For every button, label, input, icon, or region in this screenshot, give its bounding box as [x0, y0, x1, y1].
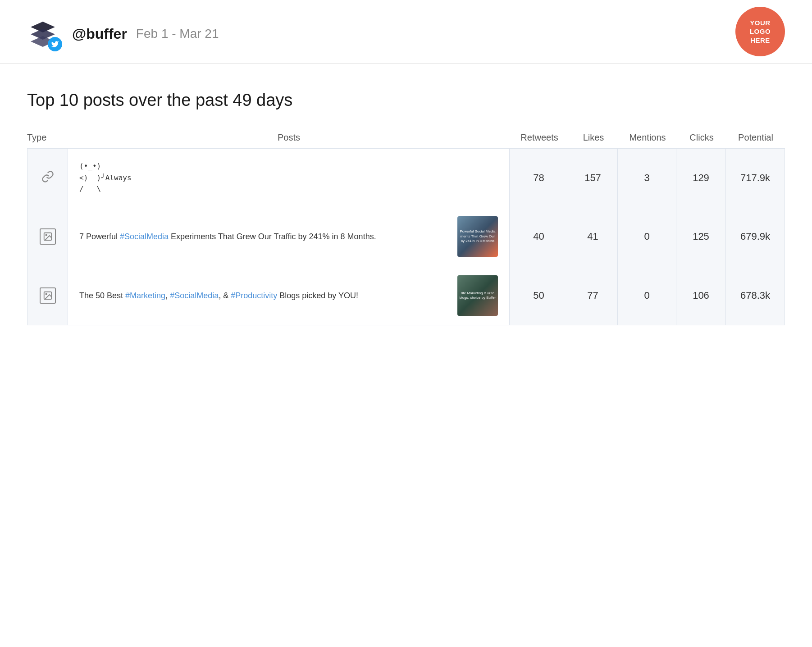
thumbnail-text-1: Powerful Social Media ments That Grew Ou…: [457, 228, 498, 245]
table-body: (•_•) <) )╯Always / \ 78 157 3 129 717.9…: [27, 148, 785, 325]
posts-cell-2: The 50 Best #Marketing, #SocialMedia, & …: [68, 266, 510, 325]
post-text-1: 7 Powerful #SocialMedia Experiments That…: [79, 231, 451, 243]
clicks-0: 129: [676, 149, 726, 207]
type-cell-0: [27, 149, 68, 207]
section-title: Top 10 posts over the past 49 days: [27, 91, 785, 110]
table-row: 7 Powerful #SocialMedia Experiments That…: [27, 207, 785, 266]
col-type: Type: [27, 132, 68, 143]
date-range: Feb 1 - Mar 21: [136, 27, 219, 41]
table-header: Type Posts Retweets Likes Mentions Click…: [27, 132, 785, 148]
clicks-2: 106: [676, 266, 726, 325]
post-text-2: The 50 Best #Marketing, #SocialMedia, & …: [79, 290, 451, 302]
table-row: The 50 Best #Marketing, #SocialMedia, & …: [27, 266, 785, 325]
type-cell-1: [27, 207, 68, 266]
thumbnail-text-2: rite Marketing B urite blogs, choice by …: [457, 289, 498, 302]
header-text: @buffer Feb 1 - Mar 21: [72, 26, 219, 42]
potential-1: 679.9k: [726, 207, 785, 266]
mentions-1: 0: [618, 207, 676, 266]
hashtag-link[interactable]: #SocialMedia: [120, 232, 169, 241]
retweets-2: 50: [510, 266, 568, 325]
potential-2: 678.3k: [726, 266, 785, 325]
likes-1: 41: [568, 207, 618, 266]
posts-cell-1: 7 Powerful #SocialMedia Experiments That…: [68, 207, 510, 266]
table-row: (•_•) <) )╯Always / \ 78 157 3 129 717.9…: [27, 149, 785, 207]
hashtag-link[interactable]: #SocialMedia: [170, 291, 219, 300]
posts-table: Type Posts Retweets Likes Mentions Click…: [27, 132, 785, 325]
likes-2: 77: [568, 266, 618, 325]
retweets-1: 40: [510, 207, 568, 266]
image-icon: [40, 287, 56, 304]
col-mentions: Mentions: [618, 132, 677, 143]
your-logo-placeholder: YOURLOGOHERE: [735, 7, 785, 56]
col-clicks: Clicks: [677, 132, 726, 143]
link-icon: [41, 170, 54, 186]
hashtag-link[interactable]: #Productivity: [231, 291, 277, 300]
col-posts: Posts: [68, 132, 510, 143]
hashtag-link[interactable]: #Marketing: [125, 291, 165, 300]
logo-area: [27, 18, 59, 50]
potential-0: 717.9k: [726, 149, 785, 207]
mentions-2: 0: [618, 266, 676, 325]
type-cell-2: [27, 266, 68, 325]
col-potential: Potential: [726, 132, 785, 143]
page-header: @buffer Feb 1 - Mar 21 YOURLOGOHERE: [0, 0, 812, 64]
image-icon: [40, 228, 56, 245]
posts-cell-0: (•_•) <) )╯Always / \: [68, 149, 510, 207]
clicks-1: 125: [676, 207, 726, 266]
retweets-0: 78: [510, 149, 568, 207]
svg-point-4: [46, 234, 47, 236]
main-content: Top 10 posts over the past 49 days Type …: [0, 64, 812, 343]
likes-0: 157: [568, 149, 618, 207]
post-ascii: (•_•) <) )╯Always / \: [79, 160, 132, 195]
svg-point-6: [46, 293, 47, 295]
post-thumbnail-2: rite Marketing B urite blogs, choice by …: [457, 275, 498, 316]
col-retweets: Retweets: [510, 132, 569, 143]
mentions-0: 3: [618, 149, 676, 207]
post-thumbnail-1: Powerful Social Media ments That Grew Ou…: [457, 216, 498, 257]
twitter-badge: [48, 37, 62, 51]
account-name: @buffer: [72, 26, 127, 42]
col-likes: Likes: [569, 132, 618, 143]
